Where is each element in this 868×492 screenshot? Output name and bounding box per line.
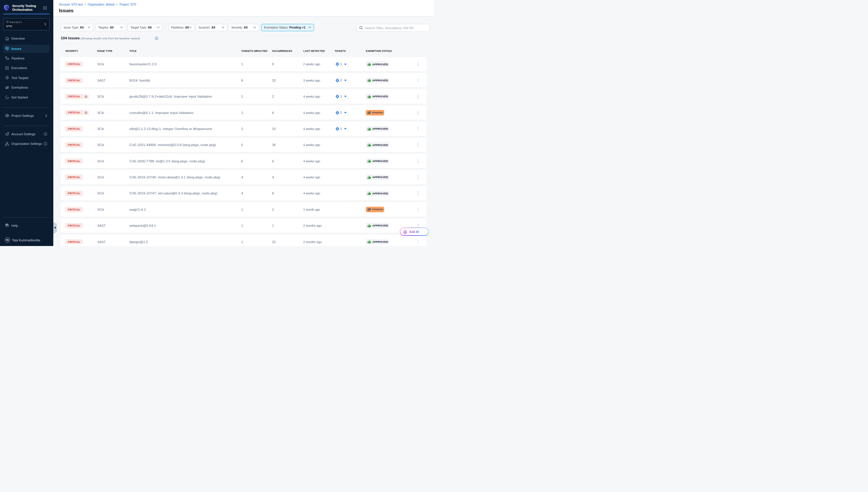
svg-text:?: ?: [6, 224, 7, 226]
